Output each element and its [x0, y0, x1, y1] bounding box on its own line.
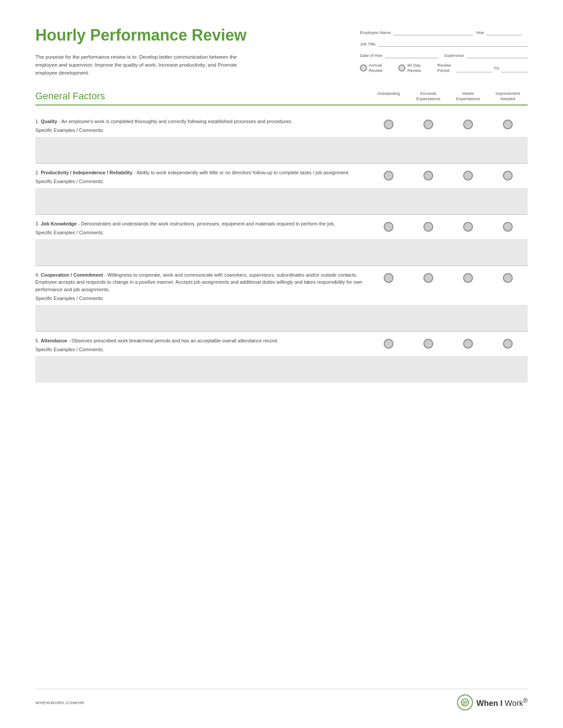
factor-ratings-quality: [369, 118, 528, 129]
page-title: Hourly Performance Review: [35, 26, 265, 44]
footer-url: WHENIWORK.COM/HR: [35, 700, 84, 705]
rating-cell-quality-exceeds[interactable]: [408, 119, 448, 129]
review-period-to-input[interactable]: [501, 64, 528, 72]
factor-content-attendance: 5. Attendance - Observes prescribed work…: [35, 332, 528, 356]
rating-cell-quality-meets[interactable]: [448, 119, 488, 129]
radio-coop-improvement[interactable]: [503, 273, 513, 283]
factor-specific-attendance: Specific Examples / Comments:: [35, 346, 364, 353]
factor-desc-jobknowledge: - Demonstrates and understands the work …: [77, 221, 335, 226]
90day-review-radio[interactable]: 90 Day Review: [398, 63, 432, 74]
rating-cell-quality-outstanding[interactable]: [369, 119, 408, 129]
supervisor-input[interactable]: [467, 49, 528, 58]
radio-quality-exceeds[interactable]: [423, 120, 433, 129]
radio-coop-meets[interactable]: [463, 273, 473, 283]
rating-cell-jk-exceeds[interactable]: [408, 221, 448, 232]
radio-att-improvement[interactable]: [503, 339, 513, 349]
factor-specific-productivity: Specific Examples / Comments:: [35, 178, 364, 185]
rating-cell-att-meets[interactable]: [448, 338, 488, 349]
factor-text-jobknowledge: 3. Job Knowledge - Demonstrates and unde…: [35, 220, 369, 236]
factor-desc-quality: - An employee's work is completed thorou…: [57, 119, 293, 124]
rating-cell-coop-outstanding[interactable]: [369, 272, 408, 283]
factor-content-jobknowledge: 3. Job Knowledge - Demonstrates and unde…: [35, 215, 528, 239]
date-hire-input[interactable]: [385, 49, 438, 58]
comment-box-cooperation: [35, 305, 528, 331]
radio-jk-outstanding[interactable]: [384, 222, 393, 232]
radio-prod-outstanding[interactable]: [384, 171, 393, 180]
factor-number-2: 2.: [35, 170, 41, 175]
factor-row-jobknowledge: 3. Job Knowledge - Demonstrates and unde…: [35, 215, 528, 266]
review-type-row: Annual Review 90 Day Review Review Perio…: [360, 63, 528, 74]
factor-desc-attendance: - Observes prescribed work break/meal pe…: [67, 338, 278, 343]
radio-coop-outstanding[interactable]: [384, 273, 393, 283]
comment-box-jobknowledge: [35, 239, 528, 266]
rating-cell-jk-outstanding[interactable]: [369, 221, 408, 232]
factor-specific-jobknowledge: Specific Examples / Comments:: [35, 229, 364, 236]
90day-review-label: 90 Day Review: [407, 63, 432, 74]
comment-box-attendance: [35, 356, 528, 383]
top-form: Employee Name Year Job Title Date of Hir…: [360, 26, 528, 74]
radio-coop-exceeds[interactable]: [423, 273, 433, 283]
radio-att-meets[interactable]: [463, 339, 473, 349]
rating-cell-coop-exceeds[interactable]: [408, 272, 448, 283]
factor-row-quality: 1. Quality - An employee's work is compl…: [35, 113, 528, 164]
radio-att-exceeds[interactable]: [423, 339, 433, 349]
rating-cell-coop-meets[interactable]: [448, 272, 488, 283]
radio-prod-meets[interactable]: [463, 171, 473, 180]
brand-text-work: Work: [505, 699, 523, 708]
factor-row-cooperation: 4. Cooperation / Commitment - Willingnes…: [35, 266, 528, 332]
job-title-input[interactable]: [378, 38, 528, 47]
rating-cell-jk-improvement[interactable]: [488, 221, 528, 232]
radio-prod-exceeds[interactable]: [423, 171, 433, 180]
rating-cell-att-improvement[interactable]: [488, 338, 528, 349]
radio-prod-improvement[interactable]: [503, 171, 513, 180]
review-period-from-input[interactable]: [457, 64, 492, 72]
factor-text-productivity: 2. Productivity / Independence / Reliabi…: [35, 169, 369, 185]
review-period-group: Review Period TO: [437, 63, 528, 74]
rating-cell-att-exceeds[interactable]: [408, 338, 448, 349]
90day-review-circle: [398, 64, 405, 71]
employee-name-row: Employee Name Year: [360, 26, 528, 35]
rating-cell-prod-meets[interactable]: [448, 170, 488, 180]
factor-ratings-cooperation: [369, 271, 528, 283]
job-title-label: Job Title: [360, 41, 375, 47]
year-label: Year: [476, 30, 484, 35]
radio-quality-outstanding[interactable]: [384, 120, 393, 129]
intro-text: The purpose for the performance review i…: [35, 53, 247, 77]
rating-header-meets: MeetsExpectations: [448, 91, 488, 102]
rating-header-exceeds: ExceedsExpectations: [408, 91, 448, 102]
factor-text-attendance: 5. Attendance - Observes prescribed work…: [35, 337, 369, 353]
supervisor-label: Supervisor: [444, 53, 464, 58]
rating-cell-jk-meets[interactable]: [448, 221, 488, 232]
factor-title-productivity: Productivity / Independence / Reliabilit…: [41, 170, 132, 175]
year-input[interactable]: [487, 26, 522, 35]
rating-cell-coop-improvement[interactable]: [488, 272, 528, 283]
radio-quality-improvement[interactable]: [503, 120, 513, 129]
radio-jk-exceeds[interactable]: [423, 222, 433, 232]
rating-cell-quality-improvement[interactable]: [488, 119, 528, 129]
radio-att-outstanding[interactable]: [384, 339, 393, 349]
rating-cell-att-outstanding[interactable]: [369, 338, 408, 349]
brand-text: When I Work®: [476, 697, 528, 708]
factor-title-quality: Quality: [41, 119, 57, 124]
review-period-label: Review Period: [437, 63, 455, 74]
general-factors-header: General Factors Outstanding ExceedsExpec…: [35, 90, 528, 105]
date-hire-label: Date of Hire: [360, 53, 382, 58]
radio-jk-meets[interactable]: [463, 222, 473, 232]
employee-name-label: Employee Name: [360, 30, 391, 35]
factor-number-1: 1.: [35, 119, 41, 124]
rating-cell-prod-outstanding[interactable]: [369, 170, 408, 180]
factor-number-4: 4.: [35, 272, 41, 278]
annual-review-circle: [360, 64, 367, 71]
rating-headers: Outstanding ExceedsExpectations MeetsExp…: [369, 91, 528, 102]
brand-logo: When I Work®: [457, 694, 528, 710]
radio-quality-meets[interactable]: [463, 120, 473, 129]
rating-cell-prod-improvement[interactable]: [488, 170, 528, 180]
radio-jk-improvement[interactable]: [503, 222, 513, 232]
rating-cell-prod-exceeds[interactable]: [408, 170, 448, 180]
annual-review-radio[interactable]: Annual Review: [360, 63, 393, 74]
factor-row-productivity: 2. Productivity / Independence / Reliabi…: [35, 164, 528, 215]
factor-title-attendance: Attendance: [41, 338, 67, 343]
employee-name-input[interactable]: [393, 26, 473, 35]
factor-ratings-jobknowledge: [369, 220, 528, 232]
factor-title-cooperation: Cooperation / Commitment: [41, 272, 103, 278]
